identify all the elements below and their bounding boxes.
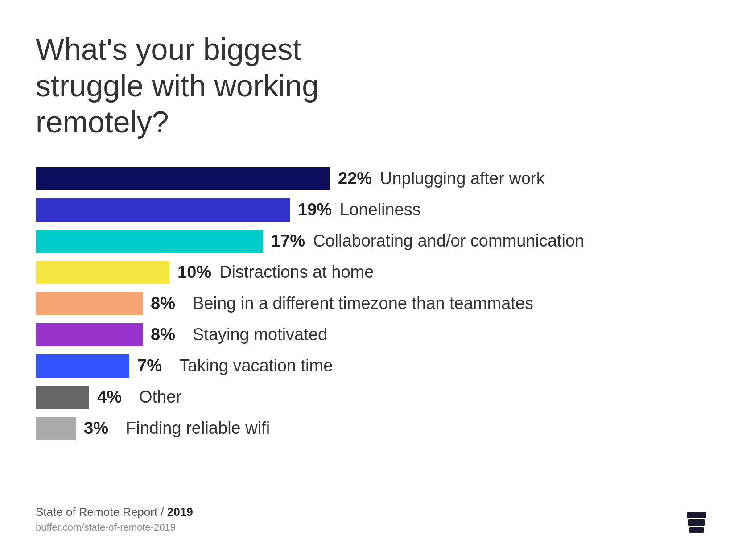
chart-area: 22%Unplugging after work19%Loneliness17%… (36, 167, 706, 486)
bar-row-motivated: 8%Staying motivated (36, 323, 706, 346)
bar-row-other: 4%Other (36, 386, 706, 409)
bar-vacation (36, 354, 129, 378)
page-title: What's your biggest struggle with workin… (36, 31, 348, 140)
logo-layer-3 (689, 527, 704, 533)
bar-pct-collaborating: 17% (271, 231, 307, 251)
bar-label-group-distractions: 10%Distractions at home (177, 263, 374, 282)
bar-pct-other: 4% (97, 387, 133, 407)
bar-row-distractions: 10%Distractions at home (36, 261, 706, 284)
bar-pct-wifi: 3% (84, 419, 120, 438)
bar-pct-distractions: 10% (177, 263, 213, 282)
footer: State of Remote Report / 2019 buffer.com… (36, 485, 706, 533)
bar-label-group-motivated: 8%Staying motivated (151, 325, 327, 344)
bar-row-wifi: 3%Finding reliable wifi (36, 417, 706, 440)
bar-label-group-vacation: 7%Taking vacation time (137, 356, 333, 375)
bar-collaborating (36, 230, 263, 253)
bar-pct-timezone: 8% (151, 294, 186, 313)
bar-label-collaborating: Collaborating and/or communication (313, 231, 584, 251)
bar-row-loneliness: 19%Loneliness (36, 198, 706, 222)
bar-label-motivated: Staying motivated (193, 325, 327, 344)
logo-layer-1 (687, 512, 706, 518)
bar-pct-loneliness: 19% (298, 200, 334, 219)
bar-pct-motivated: 8% (151, 325, 186, 344)
bar-unplugging (36, 167, 330, 190)
bar-label-wifi: Finding reliable wifi (126, 419, 270, 438)
bar-other (36, 386, 89, 409)
report-name: State of Remote Report / 2019 (36, 503, 193, 522)
bar-label-group-wifi: 3%Finding reliable wifi (84, 419, 270, 438)
bar-label-timezone: Being in a different timezone than teamm… (193, 294, 533, 313)
bar-label-distractions: Distractions at home (219, 263, 374, 282)
page-container: What's your biggest struggle with workin… (0, 0, 742, 560)
bar-label-unplugging: Unplugging after work (380, 169, 545, 188)
bar-motivated (36, 323, 143, 346)
bar-wifi (36, 417, 76, 440)
bar-distractions (36, 261, 169, 284)
bar-pct-vacation: 7% (137, 356, 173, 375)
bar-label-group-other: 4%Other (97, 387, 181, 407)
bar-loneliness (36, 198, 290, 222)
buffer-logo (687, 512, 706, 533)
bar-row-collaborating: 17%Collaborating and/or communication (36, 230, 706, 253)
bar-label-vacation: Taking vacation time (179, 356, 333, 375)
bar-label-group-timezone: 8%Being in a different timezone than tea… (151, 294, 533, 313)
bar-label-group-collaborating: 17%Collaborating and/or communication (271, 231, 584, 251)
bar-row-unplugging: 22%Unplugging after work (36, 167, 706, 190)
bar-label-group-loneliness: 19%Loneliness (298, 200, 421, 219)
logo-layer-2 (688, 519, 705, 526)
bar-pct-unplugging: 22% (338, 169, 374, 188)
footer-url: buffer.com/state-of-remote-2019 (36, 522, 193, 533)
footer-info: State of Remote Report / 2019 buffer.com… (36, 503, 193, 533)
bar-row-timezone: 8%Being in a different timezone than tea… (36, 292, 706, 315)
bar-row-vacation: 7%Taking vacation time (36, 354, 706, 378)
bar-label-other: Other (139, 387, 181, 407)
bar-label-loneliness: Loneliness (340, 200, 421, 219)
bar-label-group-unplugging: 22%Unplugging after work (338, 169, 545, 188)
bar-timezone (36, 292, 143, 315)
